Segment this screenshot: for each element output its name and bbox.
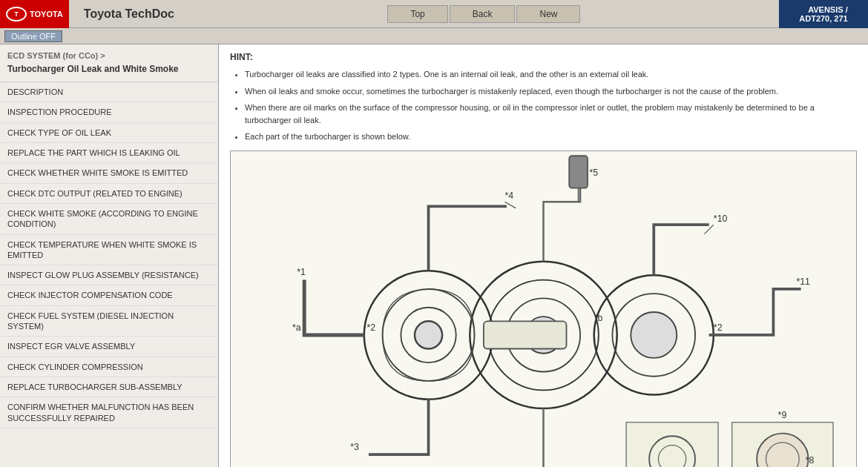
svg-text:*2: *2 [366, 322, 375, 332]
svg-text:*9: *9 [778, 409, 787, 420]
svg-text:*1: *1 [297, 267, 306, 277]
new-button[interactable]: New [516, 5, 580, 23]
vehicle-info: AVENSIS /ADT270, 271 [779, 0, 868, 28]
outline-off-button[interactable]: Outline OFF [4, 30, 62, 42]
hint-list: Turbocharger oil leaks are classified in… [230, 68, 857, 143]
svg-text:*2: *2 [714, 322, 723, 332]
sidebar-item-check-injector-code[interactable]: CHECK INJECTOR COMPENSATION CODE [0, 285, 218, 305]
sidebar-breadcrumb: ECD SYSTEM (for CCo) > [7, 50, 211, 62]
svg-rect-12 [484, 321, 567, 348]
sidebar-item-replace-leaking[interactable]: REPLACE THE PART WHICH IS LEAKING OIL [0, 143, 218, 163]
sidebar-item-check-cylinder[interactable]: CHECK CYLINDER COMPRESSION [0, 357, 218, 377]
hint-item-1: Turbocharger oil leaks are classified in… [245, 68, 857, 81]
sidebar-item-check-dtc[interactable]: CHECK DTC OUTPUT (RELATED TO ENGINE) [0, 184, 218, 204]
top-button[interactable]: Top [387, 5, 447, 23]
sidebar-item-confirm-malfunction[interactable]: CONFIRM WHETHER MALFUNCTION HAS BEEN SUC… [0, 397, 218, 428]
svg-point-11 [631, 311, 677, 357]
svg-text:*a: *a [292, 322, 301, 332]
sidebar-item-check-white-smoke-condition[interactable]: CHECK WHITE SMOKE (ACCORDING TO ENGINE C… [0, 204, 218, 235]
hint-item-4: Each part of the turbocharger is shown b… [245, 130, 857, 143]
back-button[interactable]: Back [450, 5, 516, 23]
svg-text:*11: *11 [796, 276, 810, 286]
sidebar-page-title: Turbocharger Oil Leak and White Smoke [7, 63, 211, 76]
toyota-logo: T TOYOTA [0, 0, 69, 28]
sidebar-item-description[interactable]: DESCRIPTION [0, 82, 218, 102]
outline-bar: Outline OFF [0, 28, 868, 44]
sidebar-item-check-type-oil-leak[interactable]: CHECK TYPE OF OIL LEAK [0, 123, 218, 143]
sidebar-item-inspection-procedure[interactable]: INSPECTION PROCEDURE [0, 102, 218, 122]
app-title: Toyota TechDoc [69, 7, 189, 21]
sidebar-item-replace-turbocharger[interactable]: REPLACE TURBOCHARGER SUB-ASSEMBLY [0, 377, 218, 397]
sidebar-title: ECD SYSTEM (for CCo) > Turbocharger Oil … [0, 44, 218, 82]
diagram-svg: *4 *5 *10 *11 *1 *3 *a *b *2 *2 *6 *7 *8… [231, 151, 856, 468]
svg-text:*4: *4 [504, 191, 513, 201]
turbocharger-diagram: *4 *5 *10 *11 *1 *3 *a *b *2 *2 *6 *7 *8… [230, 150, 857, 468]
content-area: HINT: Turbocharger oil leaks are classif… [219, 44, 868, 467]
sidebar-item-check-temp-white-smoke[interactable]: CHECK TEMPERATURE WHEN WHITE SMOKE IS EM… [0, 235, 218, 266]
content-inner: HINT: Turbocharger oil leaks are classif… [219, 44, 868, 467]
svg-text:*b: *b [594, 313, 603, 323]
hint-item-2: When oil leaks and smoke occur, sometime… [245, 85, 857, 98]
svg-text:*5: *5 [589, 168, 598, 178]
sidebar-item-inspect-egr[interactable]: INSPECT EGR VALVE ASSEMBLY [0, 337, 218, 357]
sidebar: ECD SYSTEM (for CCo) > Turbocharger Oil … [0, 44, 219, 467]
svg-point-8 [415, 321, 442, 348]
hint-item-3: When there are oil marks on the surface … [245, 102, 857, 126]
svg-text:*10: *10 [714, 213, 728, 224]
brand-label: TOYOTA [30, 10, 63, 19]
header: T TOYOTA Toyota TechDoc Top Back New AVE… [0, 0, 868, 28]
sidebar-item-check-fuel-system[interactable]: CHECK FUEL SYSTEM (DIESEL INJECTION SYST… [0, 306, 218, 337]
toyota-oval-icon: T [6, 7, 27, 21]
svg-text:*8: *8 [806, 455, 815, 466]
svg-text:*3: *3 [350, 441, 359, 451]
sidebar-item-inspect-glow-plug[interactable]: INSPECT GLOW PLUG ASSEMBLY (RESISTANCE) [0, 265, 218, 285]
svg-rect-33 [569, 156, 588, 188]
nav-buttons: Top Back New [189, 5, 779, 23]
hint-label: HINT: [230, 52, 857, 62]
main-layout: ECD SYSTEM (for CCo) > Turbocharger Oil … [0, 44, 868, 467]
sidebar-item-check-white-smoke-emitted[interactable]: CHECK WHETHER WHITE SMOKE IS EMITTED [0, 163, 218, 183]
